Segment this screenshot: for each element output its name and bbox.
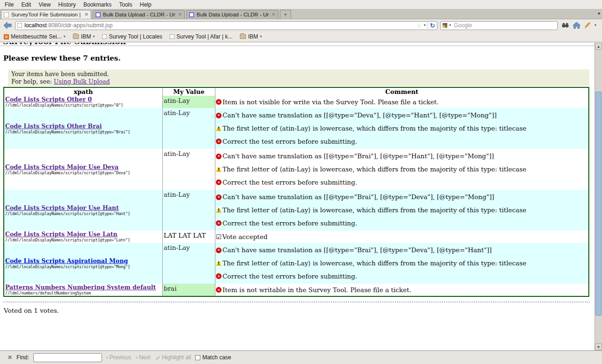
- scroll-up-button[interactable]: ▲: [595, 43, 602, 50]
- error-icon: ✕: [216, 179, 222, 185]
- xpath-link[interactable]: Code Lists Scripts Major Use Deva: [5, 164, 162, 170]
- comment-line: ✕Correct the test errors before submitti…: [216, 273, 588, 280]
- bookmark-star-icon[interactable]: ☆: [416, 23, 422, 29]
- match-case-label: Match case: [202, 354, 231, 361]
- tab-surveytool-submission[interactable]: SurveyTool File Submission | ... ✕: [1, 10, 91, 19]
- xpath-cell: Code Lists Scripts Major Use Hant //ldml…: [4, 190, 162, 231]
- find-bar: ✕ Find: ‹ Previous › Next Highlight all …: [0, 350, 602, 364]
- binoculars-icon[interactable]: [562, 23, 569, 28]
- xpath-link[interactable]: Code Lists Scripts Aspirational Mong: [5, 258, 162, 264]
- tab-close-icon[interactable]: ✕: [85, 12, 88, 17]
- tab-bar: SurveyTool File Submission | ... ✕ Bulk …: [0, 9, 602, 19]
- xpath-value: //ldml/numbers/defaultNumberingSystem: [5, 291, 162, 295]
- previous-label: Previous: [110, 354, 132, 361]
- find-input[interactable]: [33, 353, 102, 362]
- search-bar[interactable]: ▾: [440, 21, 558, 30]
- menu-history[interactable]: History: [55, 0, 79, 9]
- xpath-link[interactable]: Code Lists Scripts Major Use Hant: [5, 205, 162, 211]
- scrollbar-thumb[interactable]: [595, 92, 602, 316]
- page-favicon: [17, 23, 22, 28]
- menu-edit[interactable]: Edit: [17, 0, 35, 9]
- review-table: xpath My Value Comment Code Lists Script…: [3, 87, 589, 297]
- comment-text: Can't have same translation as [[@type="…: [222, 153, 494, 160]
- cldr-favicon: [95, 12, 101, 17]
- menu-help[interactable]: Help: [136, 0, 155, 9]
- highlight-all-button[interactable]: Highlight all: [155, 354, 191, 361]
- tab-close-icon[interactable]: ✕: [178, 12, 182, 17]
- warning-icon: [216, 167, 222, 172]
- error-icon: ✕: [216, 139, 222, 144]
- new-tab-button[interactable]: +: [280, 10, 291, 19]
- vote-count-text: Voted on 1 votes.: [4, 307, 594, 314]
- folder-icon: [240, 34, 246, 39]
- back-button[interactable]: [3, 21, 12, 30]
- table-row: Code Lists Scripts Major Use Deva //ldml…: [4, 149, 588, 190]
- bookmark-label: IBM: [248, 33, 258, 40]
- bookmark-most-visited[interactable]: Meistbesuchte Sei... ▾: [4, 33, 65, 40]
- find-close-icon[interactable]: ✕: [8, 354, 12, 361]
- tab-bulk-upload-2[interactable]: Bulk Data Upload - CLDR - Un... ✕: [186, 10, 278, 19]
- my-value-cell: atin-Lay: [162, 190, 215, 231]
- menu-file[interactable]: File: [1, 0, 17, 9]
- home-icon[interactable]: [573, 22, 580, 29]
- using-bulk-upload-link[interactable]: Using Bulk Upload: [54, 78, 110, 85]
- dotted-separator: [3, 302, 590, 302]
- xpath-link[interactable]: Patterns Numbers Numbering System defaul…: [5, 284, 162, 291]
- scroll-down-button[interactable]: ▼: [595, 343, 602, 350]
- notice-line1: Your items have been submitted.: [11, 70, 586, 78]
- divider: [428, 22, 428, 29]
- find-previous-button[interactable]: ‹ Previous: [106, 354, 132, 361]
- comment-cell: ☑Vote accepted: [215, 231, 588, 243]
- menu-tools[interactable]: Tools: [115, 0, 136, 9]
- comment-text: Item is not writable in the Survey Tool.…: [222, 287, 411, 294]
- comment-line: ✕Can't have same translation as [[@type=…: [216, 153, 588, 160]
- tab-bulk-upload-1[interactable]: Bulk Data Upload - CLDR - Un... ✕: [93, 10, 185, 19]
- comment-cell: ✕Can't have same translation as [[@type=…: [215, 149, 588, 190]
- quill-icon[interactable]: [584, 22, 591, 29]
- table-row: Code Lists Scripts Other Brai //ldml/loc…: [4, 108, 588, 149]
- menu-view[interactable]: View: [35, 0, 55, 9]
- bookmark-folder-ibm-1[interactable]: IBM ▾: [73, 33, 95, 40]
- comment-text: Correct the test errors before submittin…: [222, 179, 357, 186]
- my-value-cell: atin-Lay: [162, 149, 215, 190]
- chevron-down-icon: ▾: [260, 35, 262, 39]
- tab-close-icon[interactable]: ✕: [272, 12, 276, 17]
- xpath-link[interactable]: Code Lists Scripts Other 0: [5, 96, 162, 103]
- previous-chevron-icon: ‹: [106, 354, 108, 361]
- comment-text: Item is not visible for write via the Su…: [222, 99, 439, 106]
- url-dropdown-chevron-icon[interactable]: ▾: [424, 23, 426, 27]
- tab-list-chevron-icon[interactable]: ▾: [598, 11, 600, 16]
- url-path: :8080/cldr-apps/submit.jsp: [47, 22, 112, 29]
- search-input[interactable]: [453, 22, 555, 29]
- comment-text: Can't have same translation as [[@type="…: [222, 112, 497, 119]
- bookmark-surveytool-afar[interactable]: Survey Tool | Afar | k...: [170, 33, 232, 40]
- url-bar[interactable]: localhost:8080/cldr-apps/submit.jsp ☆ ▾ …: [15, 21, 437, 30]
- tab-title: Bulk Data Upload - CLDR - Un...: [197, 12, 269, 17]
- bookmark-folder-ibm-2[interactable]: IBM ▾: [240, 33, 261, 40]
- folder-icon: [73, 34, 79, 39]
- find-next-button[interactable]: › Next: [135, 354, 150, 361]
- comment-text: Can't have same translation as [[@type="…: [222, 194, 494, 201]
- error-icon: ✕: [216, 99, 222, 105]
- next-label: Next: [139, 354, 150, 361]
- comment-line: ☑Vote accepted: [216, 233, 588, 240]
- cldr-favicon: [189, 12, 194, 17]
- search-engine-chevron-icon[interactable]: ▾: [449, 23, 451, 27]
- submission-notice: Your items have been submitted. For help…: [8, 70, 589, 86]
- xpath-link[interactable]: Code Lists Scripts Other Brai: [5, 123, 162, 130]
- reload-icon[interactable]: ↻: [430, 23, 435, 29]
- my-value-cell: brai: [162, 284, 215, 296]
- match-case-checkbox[interactable]: Match case: [195, 354, 231, 361]
- xpath-cell: Code Lists Scripts Aspirational Mong //l…: [4, 243, 162, 284]
- bookmark-label: IBM: [81, 33, 91, 40]
- column-header-comment: Comment: [215, 88, 588, 96]
- toolbar-overflow-chevron-icon[interactable]: ▾: [594, 23, 596, 27]
- menu-bookmarks[interactable]: Bookmarks: [79, 0, 115, 9]
- comment-line: ✕Correct the test errors before submitti…: [216, 179, 588, 186]
- vertical-scrollbar[interactable]: ▲ ▼: [594, 43, 602, 350]
- error-icon: ✕: [216, 287, 222, 293]
- checkbox-icon: [195, 355, 200, 360]
- bookmark-surveytool-locales[interactable]: Survey Tool | Locales: [102, 33, 162, 40]
- xpath-link[interactable]: Code Lists Scripts Major Use Latn: [5, 231, 162, 238]
- column-header-xpath: xpath: [4, 88, 162, 95]
